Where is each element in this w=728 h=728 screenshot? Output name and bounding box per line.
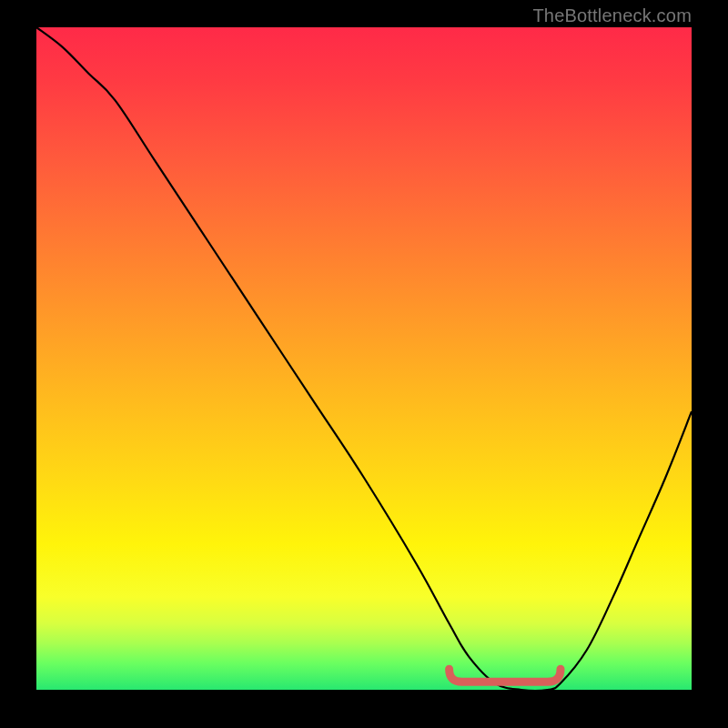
optimal-range-highlight xyxy=(450,669,561,682)
attribution-text: TheBottleneck.com xyxy=(532,5,692,26)
chart-svg xyxy=(36,27,692,690)
chart-frame: TheBottleneck.com xyxy=(0,0,728,728)
bottleneck-curve xyxy=(36,27,692,691)
plot-area xyxy=(36,27,692,690)
